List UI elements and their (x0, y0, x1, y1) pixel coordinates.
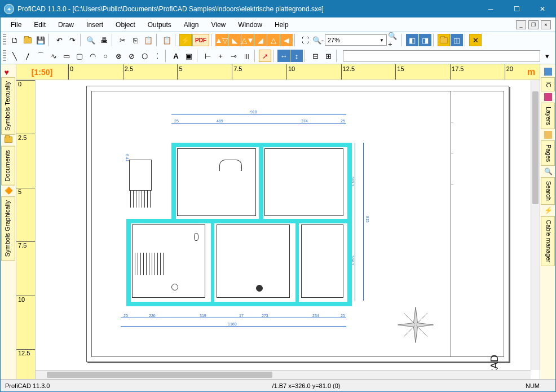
toolbar-main: 🗋 💾 ↶ ↷ 🔍 🖶 ✂ ⎘ 📋 📋 ⚡ PDF ▲▽ ◣ △▼ ◢ △ ◀ (1, 32, 555, 48)
dimension-text: 374 (301, 119, 308, 123)
select-tool[interactable]: ➚ (259, 50, 271, 62)
ruler-tick: 12.5 (16, 349, 35, 356)
menu-insert[interactable]: Insert (81, 19, 109, 30)
tab-cable-manager[interactable]: Cable manager (541, 216, 555, 266)
redo-button[interactable]: ↷ (66, 34, 78, 46)
minimize-button[interactable]: ─ (478, 1, 504, 17)
junction-tool[interactable]: + (214, 50, 227, 62)
print-button[interactable]: 🖶 (98, 34, 110, 46)
zoom-combo[interactable]: 27%▼ (325, 34, 387, 46)
ruler-tick: 10 (16, 296, 35, 303)
arc-tool[interactable]: ◠ (86, 50, 99, 62)
bus-tool[interactable]: ⊸ (227, 50, 240, 62)
clipboard-button[interactable]: 📋 (161, 34, 173, 46)
mdi-minimize-button[interactable]: _ (516, 20, 526, 29)
close-button[interactable]: ✕ (529, 1, 555, 17)
ruler-tick: 0 (68, 64, 73, 80)
menu-help[interactable]: Help (269, 19, 294, 30)
favorites-icon[interactable]: ♥ (5, 68, 12, 76)
scale-indicator[interactable]: [1:50] (16, 64, 68, 80)
drawing-canvas[interactable]: profiCAD 910 25 469 374 25 815 363.2 (36, 80, 540, 379)
point-tool[interactable]: ⁚ (151, 50, 164, 62)
snap-v-tool[interactable]: ⊞ (322, 50, 334, 62)
save-button[interactable]: 💾 (34, 34, 47, 46)
zoom-in-button[interactable]: 🔍+ (387, 34, 400, 46)
pdf-button[interactable]: PDF (192, 34, 209, 46)
menu-view[interactable]: View (205, 19, 231, 30)
folder-icon[interactable] (5, 136, 12, 144)
ellipse-tool[interactable]: ○ (99, 50, 112, 62)
dim-v-tool[interactable]: ↕ (290, 50, 303, 62)
tab-layers[interactable]: Layers (541, 103, 555, 129)
pie-tool[interactable]: ⊘ (125, 50, 138, 62)
menu-align[interactable]: Align (178, 19, 205, 30)
component-button[interactable]: ⚡ (179, 34, 192, 46)
layers-icon[interactable] (544, 93, 552, 101)
command-input[interactable] (343, 50, 540, 61)
rotate-l-button[interactable]: ◣ (228, 34, 241, 46)
tab-documents[interactable]: Documents (1, 146, 15, 186)
paste-button[interactable]: 📋 (142, 34, 155, 46)
rect-tool[interactable]: ▭ (60, 50, 73, 62)
roundrect-tool[interactable]: ▢ (73, 50, 86, 62)
mdi-close-button[interactable]: × (541, 20, 551, 29)
dim-h-tool[interactable]: ↔ (277, 50, 290, 62)
panel-left-button[interactable]: ◧ (406, 34, 418, 46)
tab-symbols-textually[interactable]: Symbols Textually (1, 77, 15, 135)
menu-object[interactable]: Object (110, 19, 141, 30)
flip-v-button[interactable]: △▼ (241, 34, 254, 46)
tab-search[interactable]: Search (541, 177, 555, 205)
line-tool[interactable]: ╲ (8, 50, 21, 62)
grip-icon[interactable] (3, 34, 6, 46)
exit-button[interactable]: ✕ (469, 34, 482, 46)
command-dropdown[interactable]: ▾ (541, 50, 553, 62)
menu-outputs[interactable]: Outputs (142, 19, 177, 30)
menu-draw[interactable]: Draw (52, 19, 80, 30)
new-button[interactable]: 🗋 (8, 34, 21, 46)
undo-button[interactable]: ↶ (53, 34, 65, 46)
preview-button[interactable]: 🔍 (85, 34, 97, 46)
chord-tool[interactable]: ⊗ (112, 50, 125, 62)
grip-icon[interactable] (3, 50, 6, 61)
zoom-fit-button[interactable]: ⛶ (299, 34, 311, 46)
maximize-button[interactable]: ☐ (504, 1, 529, 17)
polyline-tool[interactable]: 〳 (21, 50, 34, 62)
bezier-tool[interactable]: ∿ (47, 50, 60, 62)
library2-button[interactable]: ◫ (451, 34, 463, 46)
tab-symbols-graphically[interactable]: Symbols Graphically (1, 196, 15, 261)
curve-tool[interactable]: ⌒ (34, 50, 47, 62)
cable-tool[interactable]: ⫼ (240, 50, 253, 62)
copy-button[interactable]: ⎘ (129, 34, 142, 46)
tab-pages[interactable]: Pages (541, 140, 555, 166)
wire-tool[interactable]: ⊢ (201, 50, 214, 62)
flip-h-button[interactable]: ▲▽ (215, 34, 228, 46)
rotate-r-button[interactable]: ◢ (254, 34, 267, 46)
text-tool[interactable]: A (170, 50, 182, 62)
polygon-tool[interactable]: ⬡ (138, 50, 151, 62)
tab-ic[interactable]: IC (541, 77, 555, 91)
open-button[interactable] (21, 34, 34, 46)
panel-right-button[interactable]: ◨ (419, 34, 431, 46)
left-panel-tabs: ♥ Symbols Textually Documents 🔶 Symbols … (1, 64, 16, 379)
zoom-out-button[interactable]: 🔍- (312, 34, 324, 46)
mirror-h-button[interactable]: △ (267, 34, 280, 46)
graphics-icon[interactable]: 🔶 (5, 187, 12, 195)
mirror-v-button[interactable]: ◀ (280, 34, 293, 46)
toolbars: 🗋 💾 ↶ ↷ 🔍 🖶 ✂ ⎘ 📋 📋 ⚡ PDF ▲▽ ◣ △▼ ◢ △ ◀ (1, 32, 555, 64)
frame-tool[interactable]: ▣ (183, 50, 195, 62)
mdi-restore-button[interactable]: ❐ (528, 20, 539, 29)
library-button[interactable] (438, 34, 450, 46)
scrollbar-horizontal[interactable] (36, 370, 531, 379)
ic-icon[interactable] (544, 68, 552, 76)
menu-window[interactable]: Window (232, 19, 268, 30)
dimension-text: 815 (365, 216, 369, 223)
pages-icon[interactable] (544, 131, 552, 139)
menu-edit[interactable]: Edit (28, 19, 51, 30)
search-icon[interactable]: 🔍 (544, 168, 552, 175)
menu-file[interactable]: File (5, 19, 27, 30)
cable-icon[interactable]: ⚡ (544, 206, 552, 214)
scrollbar-vertical[interactable] (531, 80, 540, 370)
snap-h-tool[interactable]: ⊟ (309, 50, 321, 62)
dimension-text: 25 (341, 119, 345, 123)
cut-button[interactable]: ✂ (116, 34, 129, 46)
